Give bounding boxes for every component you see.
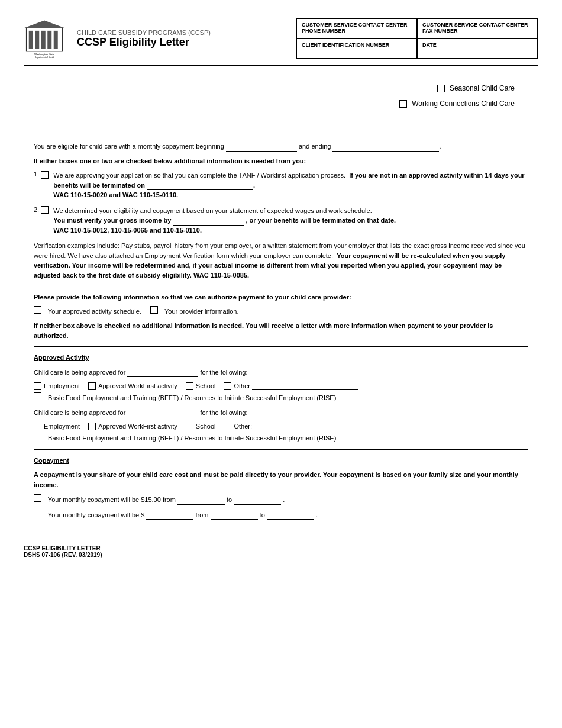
other-label1: Other:	[234, 382, 252, 389]
item-2-number: 2.	[34, 206, 53, 236]
approved-row1-blank	[127, 369, 198, 377]
copayment-row2-end: .	[316, 511, 318, 518]
school-checkbox2[interactable]	[186, 423, 193, 430]
footer-line2: DSHS 07-106 (REV. 03/2019)	[24, 552, 538, 558]
other-checkbox1[interactable]	[224, 382, 231, 390]
child-care-approved-row2: Child care is being approved for for the…	[34, 408, 528, 418]
svg-rect-4	[47, 31, 51, 49]
svg-rect-1	[29, 31, 33, 49]
provider-header: Please provide the following information…	[34, 292, 528, 302]
item1-text: We are approving your application so tha…	[53, 172, 345, 179]
approved-row2-post: for the following:	[200, 409, 247, 416]
eligibility-pre: You are eligible for child care with a m…	[34, 143, 224, 150]
item1-date-blank	[147, 182, 253, 190]
svg-rect-2	[35, 31, 39, 49]
item2-date-blank	[173, 217, 244, 226]
activity-schedule-checkbox[interactable]	[34, 306, 41, 314]
title-area: CHILD CARE SUBSIDY PROGRAMS (CCSP) CCSP …	[77, 29, 211, 49]
copayment2-checkbox[interactable]	[34, 510, 41, 517]
activity-schedule-label: Your approved activity schedule.	[48, 308, 141, 315]
svg-marker-6	[24, 20, 65, 28]
program-subtitle: CHILD CARE SUBSIDY PROGRAMS (CCSP)	[77, 29, 211, 36]
section-divider-1	[34, 286, 528, 286]
bfet-label1: Basic Food Employment and Training (BFET…	[48, 394, 336, 401]
activity-checkboxes-row2: Employment Approved WorkFirst activity S…	[34, 422, 528, 430]
header-right: CUSTOMER SERVICE CONTACT CENTER PHONE NU…	[296, 18, 538, 59]
section-divider-2	[34, 346, 528, 347]
school-checkbox1[interactable]	[186, 382, 193, 390]
header: Washington State Department of Social CH…	[24, 18, 538, 66]
copayment-row2-to: to	[260, 511, 265, 518]
other-checkbox-wrap1: Other:	[224, 382, 358, 390]
employment-checkbox-wrap2: Employment	[34, 423, 80, 430]
main-box: You are eligible for child care with a m…	[24, 133, 538, 533]
bfet-checkbox2[interactable]	[34, 433, 41, 440]
copayment-row2-from-blank	[211, 511, 258, 520]
approved-activity-heading: Approved Activity	[34, 354, 89, 361]
item2-checkbox[interactable]	[41, 206, 49, 214]
provider-checkboxes: Your approved activity schedule. Your pr…	[34, 306, 528, 317]
activity-checkboxes-row1: Employment Approved WorkFirst activity S…	[34, 382, 528, 390]
employment-checkbox2[interactable]	[34, 423, 41, 430]
svg-text:Washington State: Washington State	[34, 53, 55, 56]
section-divider-3	[34, 449, 528, 450]
eligibility-end: .	[439, 143, 441, 150]
bfet-label2: Basic Food Employment and Training (BFET…	[48, 434, 336, 442]
school-checkbox-wrap1: School	[186, 382, 216, 390]
item-2: 2. We determined your eligibility and co…	[34, 206, 528, 236]
working-connections-checkbox[interactable]	[399, 100, 407, 108]
item1-checkbox[interactable]	[41, 171, 49, 179]
copayment-row2-pre: Your monthly copayment will be $	[48, 511, 144, 518]
other-blank1	[252, 382, 358, 390]
working-connections-label: Working Connections Child Care	[412, 99, 515, 108]
school-checkbox-wrap2: School	[186, 423, 216, 430]
employment-checkbox1[interactable]	[34, 382, 41, 390]
if-checked-label: If either boxes one or two are checked b…	[34, 156, 528, 166]
workfirst-checkbox2[interactable]	[88, 423, 96, 430]
footer: CCSP ELIGIBILITY LETTER DSHS 07-106 (REV…	[24, 545, 538, 558]
fax-number-cell: CUSTOMER SERVICE CONTACT CENTER FAX NUMB…	[417, 18, 538, 38]
item-1: 1. We are approving your application so …	[34, 170, 528, 200]
workfirst-checkbox-wrap1: Approved WorkFirst activity	[88, 382, 177, 390]
employment-label2: Employment	[44, 423, 80, 430]
approved-activity-title: Approved Activity	[34, 353, 528, 363]
if-neither-text: If neither box above is checked no addit…	[34, 321, 528, 340]
item-2-content: We determined your eligibility and copay…	[53, 206, 528, 236]
copayment-row1-to-blank	[234, 497, 281, 505]
item2-bold2: , or your benefits will be terminated on…	[246, 217, 396, 224]
child-care-approved-row1: Child care is being approved for for the…	[34, 368, 528, 378]
copayment1-checkbox[interactable]	[34, 494, 41, 502]
item-1-number: 1.	[34, 170, 53, 200]
bfet-row2: Basic Food Employment and Training (BFET…	[34, 433, 528, 443]
svg-rect-5	[54, 31, 58, 49]
dshs-logo: Washington State Department of Social	[24, 18, 65, 59]
item2-bold1: You must verify your gross income by	[53, 217, 171, 224]
item2-text: We determined your eligibility and copay…	[53, 207, 372, 214]
workfirst-checkbox1[interactable]	[88, 382, 96, 390]
approved-row1-post: for the following:	[200, 369, 247, 376]
date-cell: DATE	[417, 38, 538, 59]
employment-checkbox-wrap1: Employment	[34, 382, 80, 390]
seasonal-checkbox[interactable]	[437, 85, 445, 92]
svg-text:Department of Social: Department of Social	[35, 56, 54, 59]
svg-rect-3	[41, 31, 46, 49]
other-label2: Other:	[234, 423, 252, 430]
item1-bold2: WAC 110-15-0020 and WAC 110-15-0110.	[53, 191, 178, 198]
provider-info-label: Your provider information.	[164, 308, 239, 315]
copayment-row2-from: from	[195, 511, 208, 518]
copayment-row1-to: to	[227, 496, 232, 503]
other-checkbox2[interactable]	[224, 423, 231, 430]
copayment-heading: Copayment	[34, 457, 69, 464]
employment-label1: Employment	[44, 382, 80, 389]
verification-paragraph: Verification examples include: Pay stubs…	[34, 241, 528, 280]
eligibility-line: You are eligible for child care with a m…	[34, 141, 528, 152]
eligibility-and: and ending	[299, 143, 331, 150]
client-id-label: CLIENT IDENTIFICATION NUMBER	[302, 42, 412, 48]
bfet-checkbox1[interactable]	[34, 392, 41, 400]
school-label1: School	[196, 382, 216, 389]
bfet-row1: Basic Food Employment and Training (BFET…	[34, 392, 528, 403]
approved-row1-pre: Child care is being approved for	[34, 369, 125, 376]
seasonal-childcare-row: Seasonal Child Care	[437, 84, 515, 92]
phone-number-cell: CUSTOMER SERVICE CONTACT CENTER PHONE NU…	[296, 18, 417, 38]
provider-info-checkbox[interactable]	[150, 306, 158, 314]
